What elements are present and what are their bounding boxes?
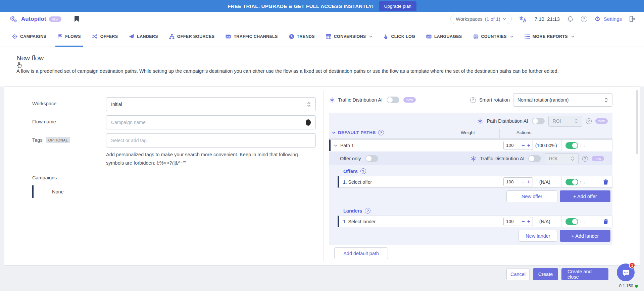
chat-widget-button[interactable]: 1 [617,264,635,281]
add-offer-button[interactable]: + Add offer [560,190,610,202]
minus-button[interactable]: − [522,179,525,185]
path-enabled-toggle[interactable] [565,142,578,149]
minus-button[interactable]: − [522,219,525,224]
path-ai-toggle[interactable] [532,118,545,124]
settings-link[interactable]: Settings [604,16,622,22]
weight-percent: (100.00%) [535,143,557,148]
plus-button[interactable]: + [527,143,530,148]
select-updown-icon [575,118,578,124]
nav-item-landers[interactable]: LANDERS [129,26,158,47]
logout-icon[interactable] [629,16,636,22]
nav-item-traffic-channels[interactable]: Ad TRAFFIC CHANNELS [226,26,278,47]
default-paths-heading[interactable]: DEFAULT PATHS ? [332,130,384,135]
clock-icon [289,34,294,39]
nav-item-click-log[interactable]: CLICK LOG [384,26,415,47]
create-button[interactable]: Create [533,268,558,280]
reorder-arrows: ↑ ↓ [580,219,585,224]
offer-enabled-toggle[interactable] [565,179,578,185]
gear-icon[interactable]: ⚙ [595,16,600,22]
nav-item-more-reports[interactable]: MORE REPORTS [525,26,575,47]
move-up-button[interactable]: ↑ [580,143,582,148]
nav-item-trends[interactable]: TRENDS [289,26,315,47]
create-and-close-button[interactable]: Create and close [561,268,608,280]
tags-input[interactable] [111,138,311,143]
move-down-button[interactable]: ↓ [583,179,585,185]
row-ai-toggle[interactable] [528,155,541,162]
globe-icon [473,34,479,39]
move-up-button[interactable]: ↑ [580,219,582,224]
workspaces-selector[interactable]: Workspaces (1 of 1) [450,14,511,24]
campaigns-label: Campaigns [32,175,57,180]
add-lander-button[interactable]: + Add lander [560,230,610,242]
minus-button[interactable]: − [522,143,525,148]
list-icon [525,34,530,39]
footer-bar: Cancel Create Create and close [0,266,644,291]
gears-icon: ⚙⚙ [9,15,18,22]
ai-icon [329,97,335,103]
scrollbar[interactable] [636,90,638,154]
help-icon[interactable]: ? [378,130,384,135]
autopilot-logo[interactable]: ⚙⚙ Autopilot new [9,16,61,22]
flag-icon [57,34,62,39]
new-offer-button[interactable]: New offer [506,190,557,202]
nav-label: CLICK LOG [391,34,415,39]
offer-row[interactable]: 1. Select offer 100 − + (N/A) ↑ ↓ [338,176,612,188]
workspaces-label: Workspaces [456,16,483,22]
plus-button[interactable]: + [527,219,530,224]
main-nav: CAMPAIGNS FLOWS OFFERS LANDERS OFFER SOU… [0,26,644,47]
nav-item-offer-sources[interactable]: OFFER SOURCES [169,26,215,47]
move-down-button[interactable]: ↓ [583,219,585,224]
nav-item-countries[interactable]: COUNTRIES [473,26,513,47]
offer-only-toggle[interactable] [365,155,378,162]
smart-rotation-group: ? Smart rotation Normal rotation(random) [470,93,612,107]
offers-title: Offers [343,169,358,174]
traffic-ai-toggle[interactable] [387,97,399,103]
nav-item-offers[interactable]: OFFERS [92,26,118,47]
weight-value[interactable]: 100 [506,179,519,184]
nav-label: TRAFFIC CHANNELS [234,34,278,39]
upgrade-plan-button[interactable]: Upgrade plan [379,1,416,11]
lander-row[interactable]: 1. Select lander 100 − + (N/A) ↑ ↓ [338,216,612,227]
smart-rotation-select[interactable]: Normal rotation(random) [513,93,612,107]
delete-icon[interactable] [603,219,608,224]
nav-item-campaigns[interactable]: CAMPAIGNS [12,26,46,47]
lander-enabled-toggle[interactable] [565,218,578,225]
workspace-select[interactable]: Initial [106,97,316,111]
app-name: Autopilot [21,16,46,22]
path-ai-roi-select[interactable]: ROI [548,116,582,127]
weight-value[interactable]: 100 [506,219,519,224]
delete-icon[interactable] [603,179,608,185]
new-badge: new [595,118,608,124]
top-bar-right: Workspaces (1 of 1) 7.10, 21:13 ? ⚙ Sett… [450,14,636,24]
path-row[interactable]: Path 1 100 − + (100.00%) ↑ ↓ [329,139,612,151]
help-icon[interactable]: ? [581,16,587,22]
version-info: 0.1.150 [619,284,638,288]
weight-percent: (N/A) [539,219,550,224]
nav-label: FLOWS [65,34,81,39]
help-icon[interactable]: ? [360,168,366,174]
bookmark-icon[interactable] [74,16,79,22]
bell-icon[interactable] [567,16,574,22]
reorder-arrows: ↑ ↓ [580,179,585,185]
traffic-ai-label: Traffic Distribution AI [338,97,383,103]
new-badge: new [403,97,416,103]
help-icon[interactable]: ? [470,97,476,103]
move-down-button[interactable]: ↓ [583,143,585,148]
move-up-button[interactable]: ↑ [580,179,582,185]
flow-name-input[interactable] [111,120,306,125]
nav-item-conversions[interactable]: CONVERSIONS [326,26,373,47]
help-icon[interactable]: ? [582,156,588,162]
nav-item-languages[interactable]: A LANGUAGES [426,26,462,47]
nav-label: MORE REPORTS [533,34,568,39]
plus-button[interactable]: + [527,179,530,185]
nav-item-flows[interactable]: FLOWS [57,26,81,47]
new-lander-button[interactable]: New lander [518,230,557,242]
row-ai-roi-select[interactable]: ROI [545,153,579,164]
help-icon[interactable]: ? [586,118,592,124]
translate-icon[interactable] [519,16,527,22]
help-icon[interactable]: ? [365,208,370,214]
weight-value[interactable]: 100 [506,143,519,148]
landers-heading: Landers ? [343,208,612,214]
add-default-path-button[interactable]: Add default path [334,247,388,259]
cancel-button[interactable]: Cancel [506,268,530,280]
